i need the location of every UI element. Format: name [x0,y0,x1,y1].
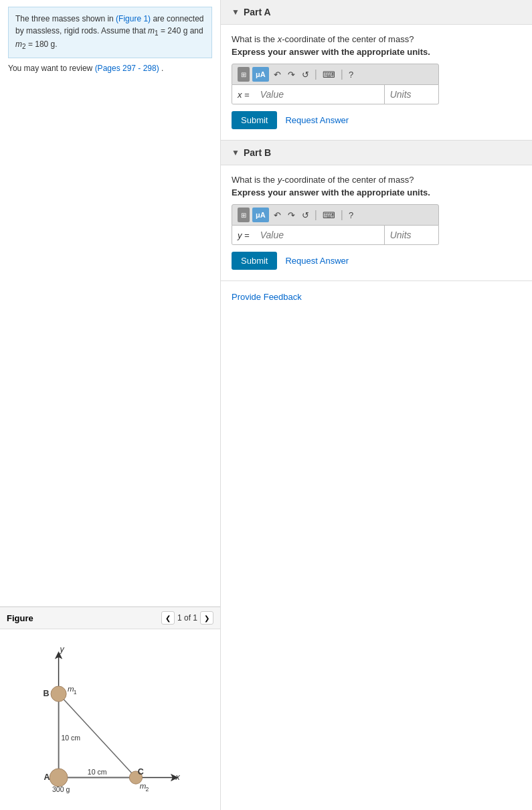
svg-text:300 g: 300 g [52,785,70,793]
figure-diagram: y x B m 1 A 300 g [7,636,213,803]
part-a-submit-button[interactable]: Submit [232,111,277,129]
figure-prev-button[interactable]: ❮ [161,611,175,625]
grid-icon: ⊞ [241,71,246,78]
part-a-toolbar: ⊞ μΑ ↶ ↷ ↺ | ⌨ | [232,64,439,85]
svg-point-7 [51,686,66,702]
part-a-body: What is the x-coordinate of the center o… [221,25,532,140]
part-a-refresh-button[interactable]: ↺ [300,67,311,82]
toolbar-sep-a: | [315,68,317,80]
svg-text:A: A [43,773,50,782]
svg-text:10 cm: 10 cm [88,768,107,776]
figure1-link[interactable]: (Figure 1) [116,14,151,23]
keyboard-icon: ⌨ [323,70,335,80]
figure-canvas: y x B m 1 A 300 g [0,629,220,810]
keyboard-icon-b: ⌨ [323,210,335,220]
part-b-title: Part B [244,147,271,158]
part-b-header: ▼ Part B [221,141,532,165]
part-b-help-button[interactable]: ? [347,208,355,222]
help-icon: ? [349,70,353,80]
part-b-undo-button[interactable]: ↶ [272,208,283,222]
part-a-grid-button[interactable]: ⊞ [238,67,250,82]
problem-text-content: The three masses shown in (Figure 1) are… [15,14,203,49]
figure-next-button[interactable]: ❯ [200,611,213,625]
part-b-var-label: y = [232,226,255,244]
provide-feedback-link[interactable]: Provide Feedback [221,281,532,313]
part-a-ua-button[interactable]: μΑ [252,67,269,82]
part-b-section: ▼ Part B What is the y-coordinate of the… [221,141,532,281]
figure-title: Figure [7,613,33,623]
svg-text:C: C [138,767,144,777]
part-b-value-input[interactable] [255,226,385,244]
part-b-actions: Submit Request Answer [232,252,521,270]
ua-icon: μΑ [256,70,266,78]
part-a-redo-button[interactable]: ↷ [286,67,297,82]
part-b-ua-button[interactable]: μΑ [252,208,269,222]
undo-icon-b: ↶ [274,210,281,220]
review-prefix: You may want to review [8,64,95,73]
part-b-refresh-button[interactable]: ↺ [300,208,311,222]
part-a-request-answer-link[interactable]: Request Answer [285,115,349,125]
undo-icon: ↶ [274,70,281,80]
part-a-title: Part A [244,7,271,17]
part-b-redo-button[interactable]: ↷ [286,208,297,222]
review-suffix: . [159,64,164,73]
part-b-toolbar: ⊞ μΑ ↶ ↷ ↺ | ⌨ | [232,204,439,226]
left-panel: The three masses shown in (Figure 1) are… [0,0,221,810]
svg-point-11 [50,768,68,787]
grid-icon-b: ⊞ [241,212,246,219]
part-b-units-input[interactable] [385,226,439,244]
part-a-help-button[interactable]: ? [347,67,355,82]
part-b-express: Express your answer with the appropriate… [232,187,521,197]
part-a-header: ▼ Part A [221,0,532,25]
figure-header: Figure ❮ 1 of 1 ❯ [0,607,220,629]
part-b-submit-button[interactable]: Submit [232,252,277,270]
part-a-value-input[interactable] [255,85,385,104]
refresh-icon-b: ↺ [302,210,309,220]
part-b-grid-button[interactable]: ⊞ [238,208,250,222]
part-b-keyboard-button[interactable]: ⌨ [321,208,337,222]
redo-icon: ↷ [288,70,295,80]
part-b-input-row: y = [232,226,439,245]
review-link[interactable]: (Pages 297 - 298) [95,64,159,73]
part-a-var-label: x = [232,86,255,104]
svg-text:1: 1 [74,689,77,696]
figure-count: 1 of 1 [177,613,197,623]
part-a-input-row: x = [232,85,439,104]
review-text: You may want to review (Pages 297 - 298)… [8,64,212,73]
part-a-keyboard-button[interactable]: ⌨ [321,67,337,82]
part-b-question: What is the y-coordinate of the center o… [232,175,521,185]
toolbar-sep-b2: | [341,209,343,221]
toolbar-sep-a2: | [341,68,343,80]
part-a-actions: Submit Request Answer [232,111,521,129]
chevron-left-icon: ❮ [165,615,171,622]
figure-nav: ❮ 1 of 1 ❯ [161,611,213,625]
svg-text:y: y [60,645,65,654]
part-a-question: What is the x-coordinate of the center o… [232,34,521,44]
problem-statement: The three masses shown in (Figure 1) are… [8,7,212,58]
part-a-undo-button[interactable]: ↶ [272,67,283,82]
part-b-collapse-icon[interactable]: ▼ [232,148,240,157]
part-a-units-input[interactable] [385,85,439,104]
part-b-request-answer-link[interactable]: Request Answer [285,256,349,266]
svg-text:2: 2 [145,786,149,793]
right-panel: ▼ Part A What is the x-coordinate of the… [221,0,532,810]
part-a-section: ▼ Part A What is the x-coordinate of the… [221,0,532,141]
svg-text:x: x [175,773,181,782]
ua-icon-b: μΑ [256,211,266,219]
refresh-icon: ↺ [302,70,309,80]
redo-icon-b: ↷ [288,210,295,220]
part-b-body: What is the y-coordinate of the center o… [221,165,532,280]
chevron-right-icon: ❯ [204,615,209,622]
part-a-collapse-icon[interactable]: ▼ [232,7,240,17]
svg-text:B: B [43,689,50,698]
svg-text:10 cm: 10 cm [61,734,80,742]
figure-section: Figure ❮ 1 of 1 ❯ [0,606,220,810]
help-icon-b: ? [349,210,353,220]
part-a-express: Express your answer with the appropriate… [232,47,521,57]
toolbar-sep-b: | [315,209,317,221]
